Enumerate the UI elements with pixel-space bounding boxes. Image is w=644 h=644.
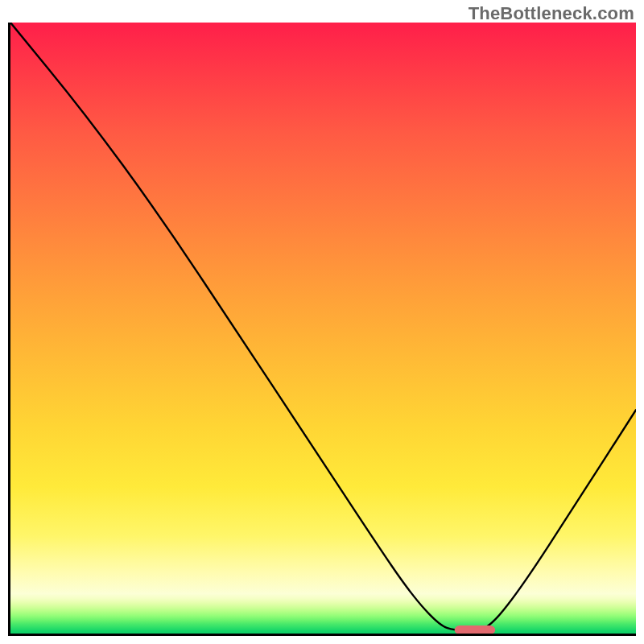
optimal-zone-marker xyxy=(455,625,496,634)
chart-container: TheBottleneck.com xyxy=(0,0,644,644)
bottleneck-curve-line xyxy=(10,23,636,630)
plot-area xyxy=(8,23,636,636)
curve-overlay xyxy=(10,23,636,634)
watermark-text: TheBottleneck.com xyxy=(469,3,634,24)
